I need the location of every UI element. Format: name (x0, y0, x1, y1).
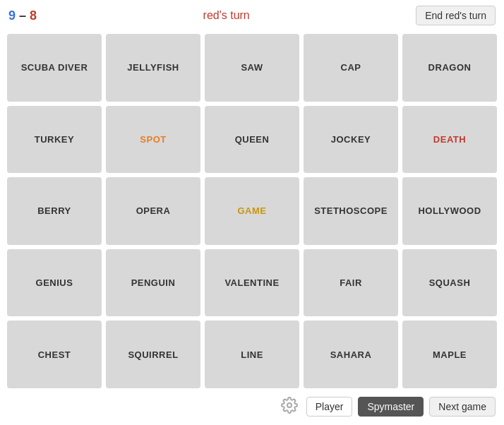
spymaster-button[interactable]: Spymaster (358, 397, 424, 417)
card-17[interactable]: VALENTINE (205, 249, 299, 317)
score-red: 8 (30, 8, 37, 23)
card-3[interactable]: CAP (304, 34, 398, 102)
card-18[interactable]: FAIR (304, 249, 398, 317)
card-9[interactable]: DEATH (402, 106, 497, 174)
card-4[interactable]: DRAGON (402, 34, 497, 102)
card-12[interactable]: GAME (205, 177, 299, 245)
card-23[interactable]: SAHARA (304, 321, 398, 388)
card-13[interactable]: STETHOSCOPE (304, 177, 398, 245)
card-5[interactable]: TURKEY (7, 106, 102, 174)
next-game-button[interactable]: Next game (429, 397, 496, 417)
score: 9 – 8 (8, 8, 37, 23)
card-11[interactable]: OPERA (106, 177, 200, 245)
card-7[interactable]: QUEEN (205, 106, 299, 174)
card-24[interactable]: MAPLE (402, 321, 497, 388)
card-8[interactable]: JOCKEY (304, 106, 398, 174)
footer: Player Spymaster Next game (0, 391, 504, 422)
turn-label: red's turn (203, 9, 250, 22)
end-turn-button[interactable]: End red's turn (416, 6, 496, 25)
card-0[interactable]: SCUBA DIVER (7, 34, 102, 102)
header: 9 – 8 red's turn End red's turn (0, 0, 504, 31)
card-16[interactable]: PENGUIN (106, 249, 200, 317)
player-button[interactable]: Player (306, 397, 353, 417)
card-19[interactable]: SQUASH (402, 249, 497, 317)
card-21[interactable]: SQUIRREL (106, 321, 200, 388)
card-6[interactable]: SPOT (106, 106, 200, 174)
card-1[interactable]: JELLYFISH (106, 34, 200, 102)
card-grid: SCUBA DIVERJELLYFISHSAWCAPDRAGONTURKEYSP… (0, 31, 504, 391)
score-dash: – (19, 8, 26, 23)
score-blue: 9 (8, 8, 16, 23)
card-15[interactable]: GENIUS (7, 249, 102, 317)
svg-point-0 (287, 403, 292, 407)
gear-icon[interactable] (281, 397, 301, 417)
card-14[interactable]: HOLLYWOOD (402, 177, 497, 245)
card-10[interactable]: BERRY (7, 177, 102, 245)
card-20[interactable]: CHEST (7, 321, 102, 388)
card-22[interactable]: LINE (205, 321, 299, 388)
card-2[interactable]: SAW (205, 34, 299, 102)
